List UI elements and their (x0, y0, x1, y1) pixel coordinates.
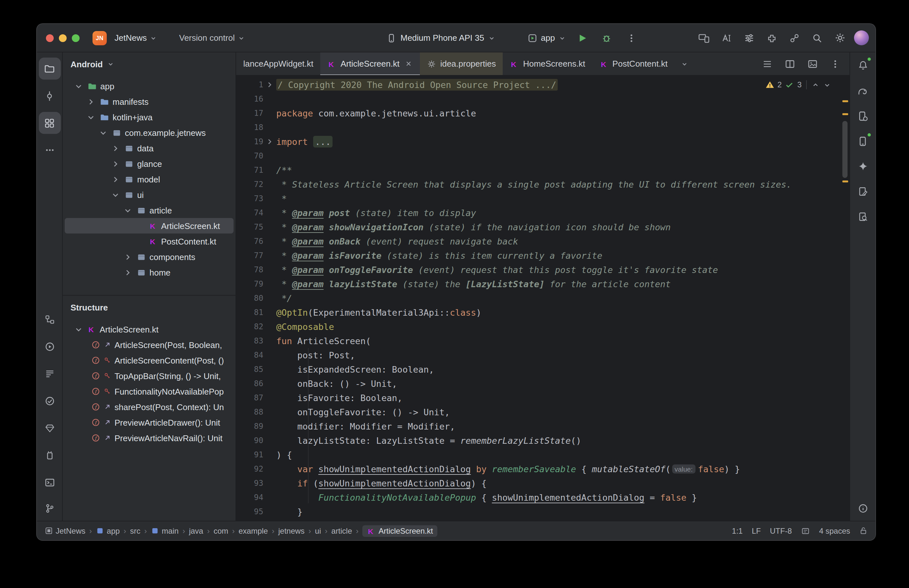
run-configuration-selector[interactable]: app (527, 33, 566, 43)
code-editor[interactable]: 1/ Copyright 2020 The Android Open Sourc… (236, 76, 849, 521)
close-window-button[interactable] (46, 34, 54, 42)
project-tool-button[interactable] (39, 58, 60, 79)
structure-item[interactable]: fArticleScreen(Post, Boolean, (63, 337, 236, 352)
device-manager-tool-button[interactable] (852, 105, 874, 127)
line-separator[interactable]: LF (752, 526, 761, 535)
breadcrumb-example[interactable]: example (239, 526, 268, 535)
project-tree-item-components[interactable]: components (65, 249, 234, 265)
project-tree-item-data[interactable]: data (65, 141, 234, 156)
project-view-header[interactable]: Android (63, 52, 236, 76)
structure-item[interactable]: fTopAppBar(String, () -> Unit, (63, 368, 236, 384)
chevron-down-icon[interactable] (86, 111, 97, 123)
project-selector[interactable]: JetNews (112, 31, 160, 45)
project-tree-item-ui[interactable]: ui (65, 187, 234, 202)
plugins-button[interactable] (764, 29, 780, 46)
editor-scrollbar[interactable] (840, 76, 849, 521)
project-tree-item-model[interactable]: model (65, 171, 234, 187)
terminal-tool-button[interactable] (39, 472, 60, 494)
code-area[interactable]: 1/ Copyright 2020 The Android Open Sourc… (236, 76, 849, 521)
minimize-window-button[interactable] (59, 34, 67, 42)
more-tool-button[interactable] (39, 139, 60, 161)
zoom-window-button[interactable] (72, 34, 79, 42)
build-variants-button[interactable] (741, 29, 757, 46)
debug-button[interactable] (598, 29, 615, 46)
inspections-widget[interactable]: 2 3 (761, 79, 835, 90)
chevron-right-icon[interactable] (110, 143, 121, 153)
project-tree-item-article[interactable]: article (65, 202, 234, 218)
project-tree-item-glance[interactable]: glance (65, 156, 234, 171)
project-tree-item-manifests[interactable]: manifests (65, 94, 234, 109)
settings-button[interactable] (832, 29, 848, 46)
ai-edits-tool-button[interactable] (852, 181, 874, 202)
chevron-down-icon[interactable] (122, 205, 133, 216)
emulator-tool-button[interactable] (39, 444, 60, 466)
breadcrumb-article[interactable]: article (331, 526, 352, 535)
next-problem-icon[interactable] (823, 81, 832, 89)
vcs-menu[interactable]: Version control (177, 31, 248, 45)
editor-tab-ArticleScreen.kt[interactable]: KArticleScreen.kt (321, 52, 420, 75)
profiler-button[interactable] (786, 29, 803, 46)
more-run-options-button[interactable] (623, 29, 639, 46)
search-button[interactable] (809, 29, 825, 46)
notifications-tool-button[interactable] (852, 54, 874, 76)
app-quality-insights-tool-button[interactable] (39, 417, 60, 439)
structure-item[interactable]: fPreviewArticleDrawer(): Unit (63, 415, 236, 430)
app-inspection-tool-button[interactable] (39, 390, 60, 412)
editor-layout-icon[interactable] (801, 526, 810, 535)
chevron-right-icon[interactable] (86, 96, 97, 107)
chevron-down-icon[interactable] (73, 324, 84, 335)
project-tree-item-kotlin+java[interactable]: kotlin+java (65, 109, 234, 125)
gradle-tool-button[interactable] (852, 79, 874, 102)
services-tool-button[interactable] (39, 336, 60, 358)
running-devices-tool-button[interactable] (852, 130, 874, 152)
editor-options-button[interactable] (827, 55, 844, 72)
breadcrumb-ui[interactable]: ui (315, 526, 321, 535)
ai-assistant-button[interactable] (718, 29, 735, 46)
structure-item[interactable]: fPreviewArticleNavRail(): Unit (63, 430, 236, 446)
chevron-right-icon[interactable] (110, 158, 121, 169)
breadcrumb-main[interactable]: main (151, 526, 179, 535)
chevron-right-icon[interactable] (122, 251, 133, 262)
project-tree-item-ArticleScreen.kt[interactable]: KArticleScreen.kt (65, 218, 234, 234)
previous-problem-icon[interactable] (811, 81, 820, 89)
structure-tool-button[interactable] (39, 112, 60, 134)
project-tree-item-home[interactable]: home (65, 265, 234, 280)
editor-tab-idea.properties[interactable]: idea.properties (420, 52, 503, 75)
run-button[interactable] (573, 29, 590, 46)
structure-item[interactable]: fArticleScreenContent(Post, () (63, 352, 236, 368)
hidden-tabs-button[interactable] (676, 55, 693, 72)
mirror-devices-button[interactable] (696, 29, 712, 46)
project-tree-item-com.example.jetnews[interactable]: com.example.jetnews (65, 125, 234, 141)
scrollbar-thumb[interactable] (842, 121, 848, 178)
editor-list-button[interactable] (759, 55, 776, 72)
caret-position[interactable]: 1:1 (732, 526, 743, 535)
project-tree-item-app[interactable]: app (65, 78, 234, 94)
chevron-down-icon[interactable] (73, 81, 84, 92)
split-editor-button[interactable] (781, 55, 798, 72)
indent-setting[interactable]: 4 spaces (819, 526, 850, 535)
problems-tool-button[interactable] (852, 499, 874, 521)
editor-tab-PostContent.kt[interactable]: KPostContent.kt (592, 52, 675, 75)
close-tab-icon[interactable] (405, 60, 413, 68)
fold-marker-icon[interactable] (263, 138, 276, 145)
chevron-right-icon[interactable] (110, 174, 121, 185)
breadcrumb-ArticleScreen.kt[interactable]: KArticleScreen.kt (362, 525, 438, 536)
editor-tab-lanceAppWidget.kt[interactable]: lanceAppWidget.kt (236, 52, 321, 75)
logcat-tool-button[interactable] (39, 363, 60, 385)
fold-marker-icon[interactable] (263, 81, 276, 89)
structure-item[interactable]: fFunctionalityNotAvailablePop (63, 384, 236, 399)
breadcrumb-com[interactable]: com (213, 526, 228, 535)
version-control-tool-button[interactable] (39, 499, 60, 521)
window-titlebar[interactable]: JN JetNews Version control Medium Phone … (37, 24, 875, 52)
chevron-down-icon[interactable] (110, 189, 121, 200)
breadcrumb-src[interactable]: src (130, 526, 140, 535)
breadcrumb-JetNews[interactable]: JetNews (45, 526, 86, 535)
project-tree-item-PostContent.kt[interactable]: KPostContent.kt (65, 234, 234, 249)
breadcrumb-jetnews[interactable]: jetnews (278, 526, 304, 535)
editor-tab-HomeScreens.kt[interactable]: KHomeScreens.kt (503, 52, 592, 75)
write-access-icon[interactable] (859, 527, 868, 535)
breadcrumb-java[interactable]: java (189, 526, 203, 535)
structure-root-row[interactable]: K ArticleScreen.kt (65, 321, 234, 337)
chevron-down-icon[interactable] (98, 127, 109, 138)
commit-tool-button[interactable] (39, 85, 60, 107)
